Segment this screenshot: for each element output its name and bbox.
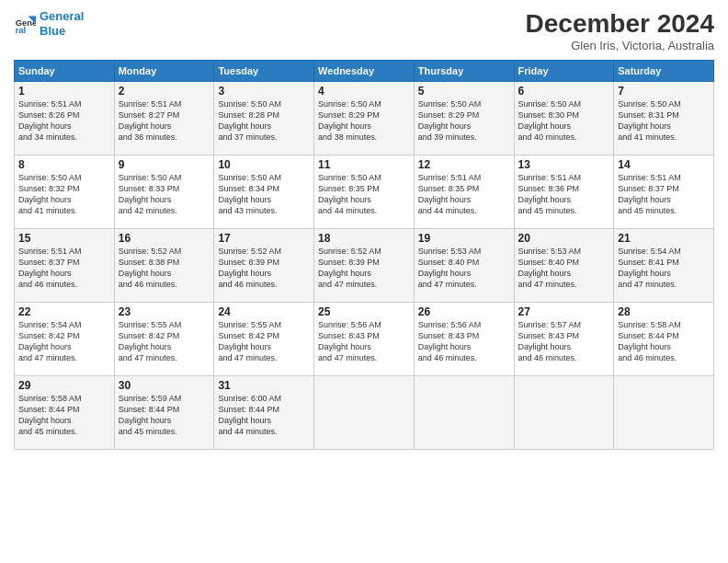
calendar-cell: 3 Sunrise: 5:50 AM Sunset: 8:28 PM Dayli… — [214, 82, 314, 155]
day-number: 31 — [218, 379, 310, 392]
calendar-cell — [414, 376, 514, 450]
day-number: 7 — [618, 85, 710, 98]
logo: Gene ral General Blue — [14, 9, 84, 38]
day-info: Sunrise: 5:54 AM Sunset: 8:42 PM Dayligh… — [18, 319, 110, 364]
weekday-header: Friday — [514, 61, 614, 82]
day-info: Sunrise: 5:51 AM Sunset: 8:36 PM Dayligh… — [518, 172, 610, 217]
day-info: Sunrise: 5:52 AM Sunset: 8:39 PM Dayligh… — [318, 246, 410, 291]
day-info: Sunrise: 6:00 AM Sunset: 8:44 PM Dayligh… — [218, 393, 310, 438]
calendar-cell: 15 Sunrise: 5:51 AM Sunset: 8:37 PM Dayl… — [15, 229, 115, 303]
day-info: Sunrise: 5:53 AM Sunset: 8:40 PM Dayligh… — [518, 246, 610, 291]
day-number: 5 — [418, 85, 510, 98]
day-number: 1 — [18, 85, 110, 98]
calendar-cell: 31 Sunrise: 6:00 AM Sunset: 8:44 PM Dayl… — [214, 376, 314, 450]
month-title: December 2024 — [526, 9, 714, 39]
calendar-cell: 16 Sunrise: 5:52 AM Sunset: 8:38 PM Dayl… — [114, 229, 214, 303]
day-info: Sunrise: 5:54 AM Sunset: 8:41 PM Dayligh… — [618, 246, 710, 291]
day-number: 12 — [418, 158, 510, 171]
day-number: 15 — [18, 232, 110, 245]
day-number: 14 — [618, 158, 710, 171]
day-info: Sunrise: 5:51 AM Sunset: 8:26 PM Dayligh… — [18, 98, 110, 144]
day-number: 18 — [318, 232, 410, 245]
weekday-header: Thursday — [414, 61, 514, 82]
calendar-header: SundayMondayTuesdayWednesdayThursdayFrid… — [15, 61, 714, 82]
day-info: Sunrise: 5:50 AM Sunset: 8:34 PM Dayligh… — [218, 172, 310, 217]
weekday-header: Wednesday — [314, 61, 415, 82]
calendar-cell: 14 Sunrise: 5:51 AM Sunset: 8:37 PM Dayl… — [614, 155, 714, 229]
calendar-cell: 28 Sunrise: 5:58 AM Sunset: 8:44 PM Dayl… — [614, 303, 714, 376]
day-info: Sunrise: 5:52 AM Sunset: 8:38 PM Dayligh… — [119, 246, 210, 291]
day-number: 20 — [518, 232, 610, 245]
day-info: Sunrise: 5:58 AM Sunset: 8:44 PM Dayligh… — [618, 319, 710, 364]
weekday-header: Monday — [114, 61, 214, 82]
day-number: 8 — [18, 158, 110, 171]
day-number: 24 — [218, 305, 310, 318]
day-number: 11 — [318, 158, 410, 171]
day-number: 6 — [518, 85, 610, 98]
day-number: 28 — [618, 305, 710, 318]
day-number: 19 — [418, 232, 510, 245]
calendar-week: 15 Sunrise: 5:51 AM Sunset: 8:37 PM Dayl… — [15, 229, 714, 303]
calendar-cell: 7 Sunrise: 5:50 AM Sunset: 8:31 PM Dayli… — [614, 82, 714, 155]
calendar-cell: 9 Sunrise: 5:50 AM Sunset: 8:33 PM Dayli… — [114, 155, 214, 229]
calendar-cell: 27 Sunrise: 5:57 AM Sunset: 8:43 PM Dayl… — [514, 303, 614, 376]
day-info: Sunrise: 5:50 AM Sunset: 8:29 PM Dayligh… — [418, 98, 510, 144]
day-number: 4 — [318, 85, 410, 98]
weekday-header: Saturday — [614, 61, 714, 82]
logo-icon: Gene ral — [14, 13, 36, 35]
calendar-cell: 22 Sunrise: 5:54 AM Sunset: 8:42 PM Dayl… — [15, 303, 115, 376]
calendar-week: 1 Sunrise: 5:51 AM Sunset: 8:26 PM Dayli… — [15, 82, 714, 155]
day-info: Sunrise: 5:53 AM Sunset: 8:40 PM Dayligh… — [418, 246, 510, 291]
calendar-cell: 20 Sunrise: 5:53 AM Sunset: 8:40 PM Dayl… — [514, 229, 614, 303]
day-number: 9 — [119, 158, 210, 171]
calendar-cell: 11 Sunrise: 5:50 AM Sunset: 8:35 PM Dayl… — [314, 155, 415, 229]
day-number: 10 — [218, 158, 310, 171]
calendar-cell: 10 Sunrise: 5:50 AM Sunset: 8:34 PM Dayl… — [214, 155, 314, 229]
day-number: 16 — [119, 232, 210, 245]
day-info: Sunrise: 5:50 AM Sunset: 8:32 PM Dayligh… — [18, 172, 110, 217]
title-block: December 2024 Glen Iris, Victoria, Austr… — [526, 9, 714, 52]
day-info: Sunrise: 5:51 AM Sunset: 8:35 PM Dayligh… — [418, 172, 510, 217]
day-number: 22 — [18, 305, 110, 318]
day-number: 25 — [318, 305, 410, 318]
calendar-cell — [314, 376, 415, 450]
day-number: 21 — [618, 232, 710, 245]
day-info: Sunrise: 5:55 AM Sunset: 8:42 PM Dayligh… — [218, 319, 310, 364]
svg-text:ral: ral — [16, 25, 27, 35]
day-info: Sunrise: 5:50 AM Sunset: 8:31 PM Dayligh… — [618, 98, 710, 144]
calendar-table: SundayMondayTuesdayWednesdayThursdayFrid… — [14, 60, 714, 450]
day-info: Sunrise: 5:50 AM Sunset: 8:35 PM Dayligh… — [318, 172, 410, 217]
calendar-cell: 30 Sunrise: 5:59 AM Sunset: 8:44 PM Dayl… — [114, 376, 214, 450]
location: Glen Iris, Victoria, Australia — [526, 39, 714, 52]
day-info: Sunrise: 5:59 AM Sunset: 8:44 PM Dayligh… — [119, 393, 210, 438]
weekday-header: Tuesday — [214, 61, 314, 82]
weekday-header: Sunday — [15, 61, 115, 82]
day-number: 23 — [119, 305, 210, 318]
calendar-cell: 2 Sunrise: 5:51 AM Sunset: 8:27 PM Dayli… — [114, 82, 214, 155]
day-info: Sunrise: 5:56 AM Sunset: 8:43 PM Dayligh… — [418, 319, 510, 364]
day-info: Sunrise: 5:51 AM Sunset: 8:27 PM Dayligh… — [119, 98, 210, 144]
calendar-cell: 29 Sunrise: 5:58 AM Sunset: 8:44 PM Dayl… — [15, 376, 115, 450]
calendar-cell: 5 Sunrise: 5:50 AM Sunset: 8:29 PM Dayli… — [414, 82, 514, 155]
day-number: 29 — [18, 379, 110, 392]
day-info: Sunrise: 5:52 AM Sunset: 8:39 PM Dayligh… — [218, 246, 310, 291]
calendar-week: 22 Sunrise: 5:54 AM Sunset: 8:42 PM Dayl… — [15, 303, 714, 376]
day-info: Sunrise: 5:55 AM Sunset: 8:42 PM Dayligh… — [119, 319, 210, 364]
calendar-cell: 8 Sunrise: 5:50 AM Sunset: 8:32 PM Dayli… — [15, 155, 115, 229]
page-header: Gene ral General Blue December 2024 Glen… — [14, 9, 714, 52]
day-number: 2 — [119, 85, 210, 98]
day-number: 3 — [218, 85, 310, 98]
day-info: Sunrise: 5:51 AM Sunset: 8:37 PM Dayligh… — [618, 172, 710, 217]
day-number: 17 — [218, 232, 310, 245]
calendar-week: 29 Sunrise: 5:58 AM Sunset: 8:44 PM Dayl… — [15, 376, 714, 450]
day-info: Sunrise: 5:57 AM Sunset: 8:43 PM Dayligh… — [518, 319, 610, 364]
day-number: 30 — [119, 379, 210, 392]
calendar-cell: 1 Sunrise: 5:51 AM Sunset: 8:26 PM Dayli… — [15, 82, 115, 155]
day-info: Sunrise: 5:56 AM Sunset: 8:43 PM Dayligh… — [318, 319, 410, 364]
day-info: Sunrise: 5:50 AM Sunset: 8:28 PM Dayligh… — [218, 98, 310, 144]
calendar-cell: 13 Sunrise: 5:51 AM Sunset: 8:36 PM Dayl… — [514, 155, 614, 229]
day-number: 13 — [518, 158, 610, 171]
day-info: Sunrise: 5:51 AM Sunset: 8:37 PM Dayligh… — [18, 246, 110, 291]
calendar-cell: 23 Sunrise: 5:55 AM Sunset: 8:42 PM Dayl… — [114, 303, 214, 376]
calendar-cell: 18 Sunrise: 5:52 AM Sunset: 8:39 PM Dayl… — [314, 229, 415, 303]
